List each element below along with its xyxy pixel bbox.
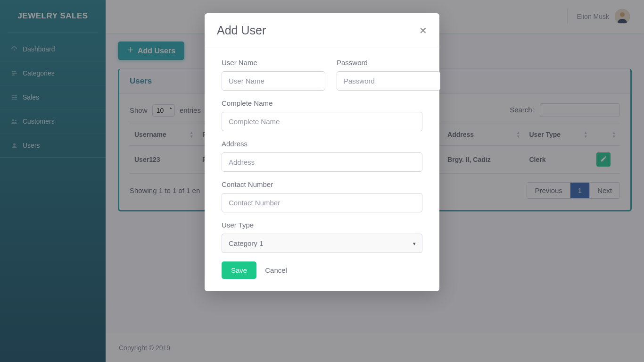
complete-name-input[interactable] xyxy=(222,112,422,131)
complete-name-label: Complete Name xyxy=(222,99,422,107)
contact-label: Contact Number xyxy=(222,180,422,188)
password-label: Password xyxy=(337,59,440,67)
close-button[interactable]: ✕ xyxy=(419,25,427,36)
modal-header: Add User ✕ xyxy=(205,13,439,48)
address-label: Address xyxy=(222,140,422,148)
save-button[interactable]: Save xyxy=(222,261,256,279)
add-user-modal: Add User ✕ User Name Password Complete N… xyxy=(205,13,439,291)
address-input[interactable] xyxy=(222,152,422,172)
modal-body: User Name Password Complete Name Address… xyxy=(205,48,439,291)
username-input[interactable] xyxy=(222,71,325,91)
username-label: User Name xyxy=(222,59,325,67)
user-type-label: User Type xyxy=(222,221,422,229)
password-input[interactable] xyxy=(337,71,440,91)
modal-title: Add User xyxy=(217,24,266,37)
contact-input[interactable] xyxy=(222,193,422,212)
user-type-select[interactable]: Category 1 xyxy=(222,234,422,253)
modal-actions: Save Cancel xyxy=(222,261,422,279)
close-icon: ✕ xyxy=(419,25,427,36)
cancel-button[interactable]: Cancel xyxy=(265,266,287,274)
